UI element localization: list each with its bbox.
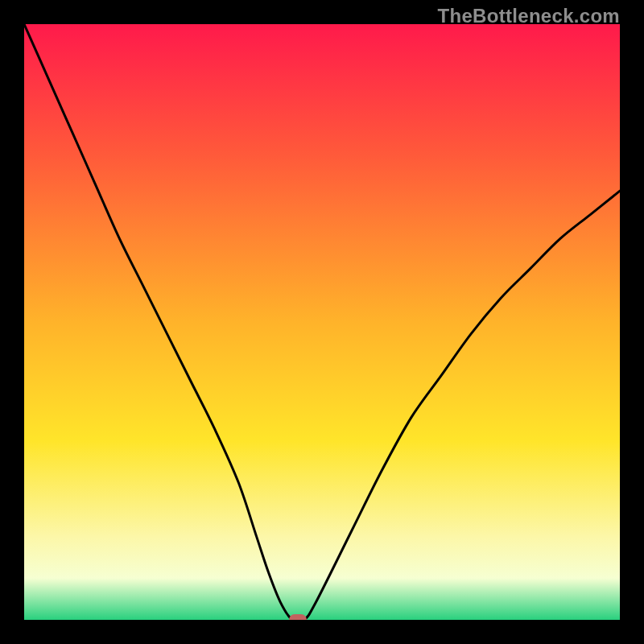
optimal-marker	[289, 614, 307, 620]
bottleneck-curve	[24, 24, 620, 620]
chart-frame: TheBottleneck.com	[0, 0, 644, 644]
plot-area	[24, 24, 620, 620]
